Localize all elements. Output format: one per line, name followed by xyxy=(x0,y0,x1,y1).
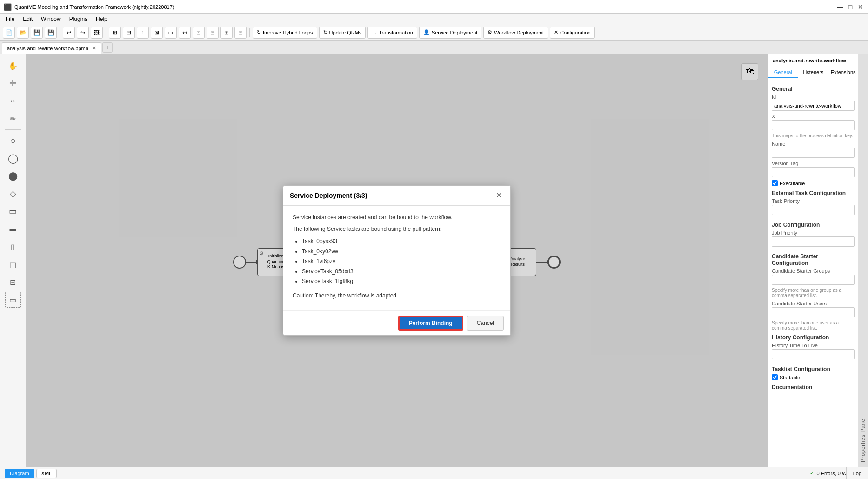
list-item: Task_0bysx93 xyxy=(302,236,501,247)
input-history-ttl[interactable] xyxy=(772,349,855,359)
tool-diamond[interactable]: ◇ xyxy=(5,186,21,202)
toolbar-btn5[interactable]: ↦ xyxy=(165,27,177,39)
tab-close-button[interactable]: ✕ xyxy=(92,45,96,51)
toolbar-btn7[interactable]: ⊡ xyxy=(193,27,205,39)
modal-task-list: Task_0bysx93 Task_0ky02vw Task_1vi6pzv S… xyxy=(302,236,501,287)
input-name[interactable] xyxy=(772,148,855,158)
tool-dashed-rect[interactable]: ▭ xyxy=(5,292,21,308)
tab-label: analysis-and-rewrite-workflow.bpmn xyxy=(7,46,88,51)
tool-hand[interactable]: ✋ xyxy=(5,58,21,74)
toolbar-btn2[interactable]: ⊟ xyxy=(123,27,135,39)
update-qrms-button[interactable]: ↻ Update QRMs xyxy=(319,27,366,39)
input-job-priority[interactable] xyxy=(772,236,855,247)
toolbar-export[interactable]: 🖼 xyxy=(91,27,103,39)
rpanel-tab-extensions[interactable]: Extensions xyxy=(828,67,858,78)
close-button[interactable]: ✕ xyxy=(857,3,864,11)
tab-add-button[interactable]: + xyxy=(102,42,113,53)
perform-binding-button[interactable]: Perform Binding xyxy=(398,316,463,331)
transformation-button[interactable]: → Transformation xyxy=(367,27,417,39)
configuration-button[interactable]: ✕ Configuration xyxy=(550,27,594,39)
toolbar: 📄 📂 💾 💾 ↩ ↪ 🖼 ⊞ ⊟ ↕ ⊠ ↦ ↤ ⊡ ⊟ ⊞ ⊟ ↻ Impr… xyxy=(0,24,868,41)
tool-rect-wide[interactable]: ▬ xyxy=(5,221,21,237)
bottom-tabs: Diagram XML xyxy=(5,469,57,478)
menu-bar: File Edit Window Plugins Help xyxy=(0,14,868,24)
modal-list-header: The following ServiceTasks are bound usi… xyxy=(293,225,501,234)
tool-minus-box[interactable]: ⊟ xyxy=(5,274,21,290)
rpanel-tab-general[interactable]: General xyxy=(768,67,798,78)
modal-dialog: Service Deployment (3/3) ✕ Service insta… xyxy=(283,185,511,336)
list-item: ServiceTask_05dxrl3 xyxy=(302,267,501,277)
toolbar-new[interactable]: 📄 xyxy=(3,27,15,39)
right-panel: analysis-and-rewrite-workflow General Li… xyxy=(768,54,858,467)
toolbar-open[interactable]: 📂 xyxy=(17,27,29,39)
toolbar-btn10[interactable]: ⊟ xyxy=(234,27,247,39)
menu-window[interactable]: Window xyxy=(37,15,65,23)
menu-edit[interactable]: Edit xyxy=(19,15,36,23)
maximize-button[interactable]: □ xyxy=(847,3,854,11)
menu-help[interactable]: Help xyxy=(92,15,111,23)
transformation-icon: → xyxy=(372,30,377,35)
input-candidate-users[interactable] xyxy=(772,307,855,317)
input-id[interactable] xyxy=(772,101,855,111)
tab-workflow[interactable]: analysis-and-rewrite-workflow.bpmn ✕ xyxy=(2,42,101,54)
modal-title: Service Deployment (3/3) xyxy=(290,192,367,199)
toolbar-btn1[interactable]: ⊞ xyxy=(109,27,121,39)
app-title: QuantME Modeling and Transformation Fram… xyxy=(14,4,174,10)
cancel-button[interactable]: Cancel xyxy=(467,316,504,331)
input-task-priority[interactable] xyxy=(772,205,855,215)
tool-circle-filled[interactable]: ⬤ xyxy=(5,168,21,184)
toolbar-btn3[interactable]: ↕ xyxy=(137,27,149,39)
label-id: Id xyxy=(772,94,855,100)
diagram-tab[interactable]: Diagram xyxy=(5,469,34,478)
tool-circle-outline[interactable]: ◯ xyxy=(5,150,21,166)
tool-rect-split[interactable]: ◫ xyxy=(5,256,21,272)
input-candidate-groups[interactable] xyxy=(772,275,855,285)
label-job-priority: Job Priority xyxy=(772,230,855,236)
canvas-area: ⚙ InitializeQuantumK-Means ⚙ Invoke Hybr… xyxy=(26,54,768,467)
tool-pencil[interactable]: ✏ xyxy=(5,111,21,127)
toolbar-redo[interactable]: ↪ xyxy=(77,27,89,39)
workflow-deployment-button[interactable]: ⚙ Workflow Deployment xyxy=(483,27,548,39)
label-history-ttl: History Time To Live xyxy=(772,343,855,348)
section-ext-task: External Task Configuration xyxy=(772,190,855,196)
modal-caution: Caution: Thereby, the workflow is adapte… xyxy=(293,291,501,300)
checkbox-startable[interactable] xyxy=(772,374,778,380)
toolbar-save-as[interactable]: 💾 xyxy=(45,27,57,39)
toolbar-undo[interactable]: ↩ xyxy=(63,27,75,39)
toolbar-btn9[interactable]: ⊞ xyxy=(220,27,233,39)
input-x[interactable] xyxy=(772,120,855,130)
toolbar-save[interactable]: 💾 xyxy=(31,27,43,39)
service-deployment-button[interactable]: 👤 Service Deployment xyxy=(419,27,481,39)
minimize-button[interactable]: — xyxy=(836,3,844,11)
app-icon: ⬛ xyxy=(4,3,12,11)
update-icon: ↻ xyxy=(323,29,327,35)
tool-circle-empty[interactable]: ○ xyxy=(5,133,21,148)
right-panel-header: analysis-and-rewrite-workflow xyxy=(768,54,858,67)
label-candidate-users: Candidate Starter Users xyxy=(772,301,855,306)
note-groups: Specify more than one group as a comma s… xyxy=(772,288,855,298)
row-executable: Executable xyxy=(772,180,855,186)
xml-tab[interactable]: XML xyxy=(36,469,57,478)
tool-rect[interactable]: ▭ xyxy=(5,203,21,219)
modal-close-button[interactable]: ✕ xyxy=(494,190,504,201)
title-bar: ⬛ QuantME Modeling and Transformation Fr… xyxy=(0,0,868,14)
modal-header: Service Deployment (3/3) ✕ xyxy=(283,186,510,206)
menu-plugins[interactable]: Plugins xyxy=(66,15,91,23)
toolbar-btn4[interactable]: ⊠ xyxy=(151,27,163,39)
input-version-tag[interactable] xyxy=(772,167,855,177)
log-button[interactable]: Log xyxy=(846,467,868,479)
improve-hybrid-loops-button[interactable]: ↻ Improve Hybrid Loops xyxy=(253,27,317,39)
improve-icon: ↻ xyxy=(257,29,261,35)
menu-file[interactable]: File xyxy=(2,15,18,23)
status-bar: Diagram XML ✓ 0 Errors, 0 Warnings Log xyxy=(0,467,868,479)
rpanel-tab-listeners[interactable]: Listeners xyxy=(798,67,828,78)
tool-resize[interactable]: ↔ xyxy=(5,93,21,109)
toolbar-btn8[interactable]: ⊟ xyxy=(207,27,219,39)
checkbox-executable[interactable] xyxy=(772,180,778,186)
canvas-inner: ⚙ InitializeQuantumK-Means ⚙ Invoke Hybr… xyxy=(26,54,768,467)
toolbar-btn6[interactable]: ↤ xyxy=(179,27,191,39)
left-toolbar: ✋ ✛ ↔ ✏ ○ ◯ ⬤ ◇ ▭ ▬ ▯ ◫ ⊟ ▭ xyxy=(0,54,26,467)
list-item: Task_1vi6pzv xyxy=(302,256,501,267)
tool-rect-tall[interactable]: ▯ xyxy=(5,239,21,255)
tool-select[interactable]: ✛ xyxy=(5,75,21,91)
